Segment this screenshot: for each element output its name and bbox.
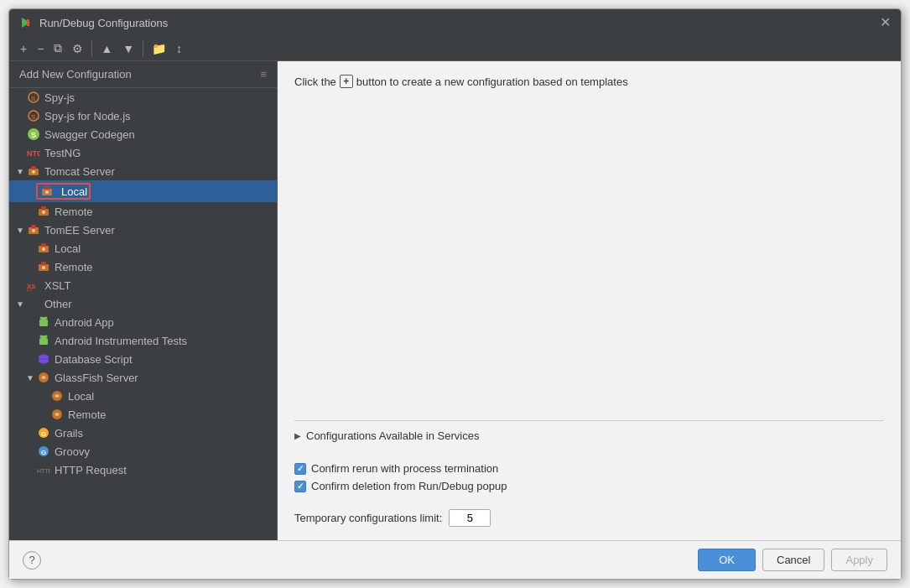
- bottom-right: OK Cancel Apply: [698, 549, 887, 571]
- icon-http-request: HTTP: [36, 463, 51, 476]
- ok-button[interactable]: OK: [698, 549, 756, 571]
- arrow-groovy: [26, 447, 36, 456]
- help-button[interactable]: ?: [23, 551, 41, 570]
- svg-point-11: [32, 170, 35, 174]
- svg-rect-16: [41, 206, 46, 210]
- tree-item-spy-js[interactable]: S Spy-js: [9, 88, 277, 107]
- icon-db-script: [36, 352, 51, 366]
- arrow-grails: [26, 429, 36, 438]
- svg-text:HTTP: HTTP: [37, 468, 50, 474]
- right-panel: Click the + button to create a new confi…: [278, 61, 901, 540]
- tree-item-android-instr[interactable]: Android Instrumented Tests: [9, 331, 277, 350]
- label-tomcat-server: Tomcat Server: [44, 165, 115, 178]
- tree-item-xslt[interactable]: XSLT XSLT: [9, 276, 277, 294]
- icon-tomcat-server: [26, 164, 41, 178]
- label-tomcat-local: Local: [61, 185, 87, 198]
- temp-config-input[interactable]: [449, 509, 491, 527]
- label-xslt: XSLT: [44, 279, 71, 292]
- svg-text:S: S: [31, 131, 36, 139]
- arrow-xslt: [16, 281, 26, 290]
- title-bar: Run/Debug Configurations ✕: [9, 9, 901, 36]
- spacer: [294, 98, 884, 410]
- apply-button[interactable]: Apply: [831, 549, 887, 571]
- svg-text:G: G: [41, 430, 46, 438]
- tree-item-glassfish-server[interactable]: ▼ GlassFish Server: [9, 368, 277, 387]
- label-glassfish-local: Local: [68, 390, 94, 403]
- tree-item-glassfish-remote[interactable]: Remote: [9, 405, 277, 424]
- left-header: Add New Configuration ≡: [9, 61, 277, 88]
- arrow-spy-js-node: [16, 112, 26, 121]
- tree-item-testng[interactable]: NTG TestNG: [9, 143, 277, 162]
- remove-button[interactable]: −: [33, 40, 48, 57]
- icon-tomee-remote: [36, 260, 51, 273]
- tree-container[interactable]: S Spy-js S Spy-js for Node.js S: [9, 88, 277, 540]
- tree-item-tomcat-local[interactable]: Local: [9, 180, 277, 202]
- label-other: Other: [44, 298, 72, 310]
- tree-item-tomcat-remote[interactable]: Remote: [9, 202, 277, 221]
- tree-item-grails[interactable]: G Grails: [9, 424, 277, 442]
- label-db-script: Database Script: [55, 353, 133, 366]
- add-button[interactable]: +: [16, 40, 31, 57]
- tree-item-swagger[interactable]: S Swagger Codegen: [9, 125, 277, 143]
- close-button[interactable]: ✕: [880, 16, 891, 29]
- sort-button[interactable]: ↕: [172, 40, 186, 57]
- tree-item-other[interactable]: ▼ Other: [9, 294, 277, 313]
- main-content: Add New Configuration ≡ S Spy-js S: [9, 61, 901, 540]
- label-tomcat-remote: Remote: [55, 206, 93, 218]
- cancel-button[interactable]: Cancel: [762, 549, 824, 571]
- tree-item-db-script[interactable]: Database Script: [9, 350, 277, 368]
- checkbox-deletion[interactable]: [294, 481, 306, 492]
- svg-point-17: [42, 211, 45, 214]
- arrow-android-app: [26, 318, 36, 327]
- label-spy-js: Spy-js: [44, 91, 75, 104]
- filter-icon[interactable]: ≡: [260, 68, 267, 81]
- hint-container: Click the + button to create a new confi…: [294, 75, 884, 88]
- arrow-tomcat-local: [26, 187, 36, 196]
- icon-xslt: XSLT: [26, 278, 41, 292]
- tree-item-http-request[interactable]: HTTP HTTP Request: [9, 461, 277, 479]
- label-grails: Grails: [55, 427, 83, 440]
- tree-item-tomcat-server[interactable]: ▼ Tomcat Server: [9, 162, 277, 180]
- tree-item-glassfish-local[interactable]: Local: [9, 387, 277, 405]
- tree-item-tomee-server[interactable]: ▼ TomEE Server: [9, 221, 277, 239]
- move-down-button[interactable]: ▼: [118, 40, 138, 57]
- arrow-testng: [16, 148, 26, 158]
- icon-spy-js: S: [26, 91, 41, 104]
- run-debug-dialog: Run/Debug Configurations ✕ + − ⧉ ⚙ ▲ ▼ 📁…: [8, 8, 902, 580]
- svg-rect-22: [41, 243, 46, 247]
- icon-tomee-local: [36, 242, 51, 255]
- copy-button[interactable]: ⧉: [49, 39, 66, 57]
- arrow-swagger: [16, 130, 26, 139]
- svg-rect-13: [44, 186, 49, 190]
- icon-glassfish-server: [36, 371, 51, 384]
- label-groovy: Groovy: [55, 445, 90, 458]
- settings-button[interactable]: ⚙: [68, 40, 87, 57]
- arrow-glassfish-remote: [39, 410, 49, 419]
- icon-grails: G: [36, 426, 51, 440]
- checkbox-row-1: Confirm rerun with process termination: [294, 462, 884, 475]
- tree-item-spy-js-node[interactable]: S Spy-js for Node.js: [9, 107, 277, 125]
- icon-tomcat-local: [39, 185, 55, 198]
- icon-android-instr: [36, 334, 51, 347]
- svg-text:S: S: [31, 113, 35, 121]
- tree-item-tomee-local[interactable]: Local: [9, 239, 277, 258]
- checkbox-rerun[interactable]: [294, 463, 306, 475]
- tree-item-android-app[interactable]: Android App: [9, 313, 277, 331]
- icon-groovy: G: [36, 445, 51, 458]
- label-android-app: Android App: [55, 316, 114, 329]
- checkboxes-container: Confirm rerun with process termination C…: [294, 462, 884, 492]
- label-glassfish-remote: Remote: [68, 408, 107, 421]
- temp-config-label: Temporary configurations limit:: [294, 512, 442, 524]
- svg-rect-25: [41, 262, 46, 265]
- arrow-db-script: [26, 355, 36, 364]
- move-up-button[interactable]: ▲: [96, 40, 117, 57]
- folder-button[interactable]: 📁: [148, 40, 170, 57]
- configs-available-header[interactable]: ▶ Configurations Available in Services: [294, 429, 884, 442]
- temp-config-row: Temporary configurations limit:: [294, 509, 884, 527]
- tree-item-groovy[interactable]: G Groovy: [9, 442, 277, 461]
- configs-available-label: Configurations Available in Services: [306, 429, 479, 442]
- label-glassfish-server: GlassFish Server: [55, 372, 138, 384]
- tree-item-tomee-remote[interactable]: Remote: [9, 258, 277, 276]
- arrow-other: ▼: [16, 299, 26, 309]
- label-tomee-remote: Remote: [55, 261, 93, 273]
